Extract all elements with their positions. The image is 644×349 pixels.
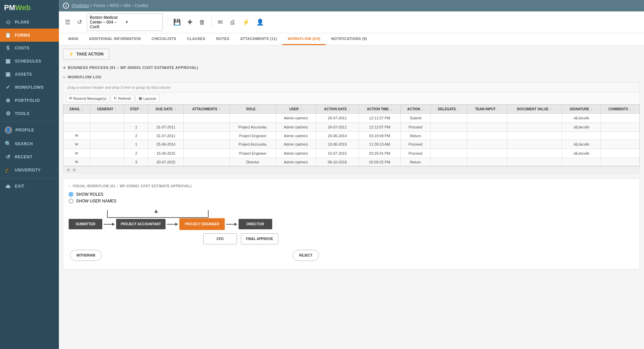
table-cell: ✉ bbox=[64, 158, 90, 166]
wf-node-director[interactable]: DIRECTOR bbox=[239, 219, 272, 229]
forms-icon: 📋 bbox=[5, 32, 11, 38]
table-row: 131-07-2011Project Accounta.Admin (admin… bbox=[64, 123, 640, 132]
layouts-button[interactable]: ▦ Layouts bbox=[136, 94, 159, 102]
save-button[interactable]: 💾 bbox=[171, 17, 183, 27]
tab-workflow[interactable]: WORKFLOW (2/4) bbox=[282, 33, 326, 45]
tab-notifications[interactable]: NOTIFICATIONS (9) bbox=[326, 33, 372, 45]
tab-notes[interactable]: NOTES bbox=[211, 33, 235, 45]
col-team-input[interactable]: TEAM INPUT ⋮ bbox=[467, 105, 507, 114]
wf-node-project-engineer[interactable]: PROJECT ENGINEER bbox=[179, 218, 224, 230]
delete-button[interactable]: 🗑 bbox=[197, 17, 207, 27]
table-cell: Project Accounta. bbox=[230, 123, 276, 132]
expand-icon[interactable]: + bbox=[63, 65, 66, 70]
reject-button[interactable]: REJECT bbox=[293, 250, 319, 261]
sidebar-item-university[interactable]: 🎓 UNIVERSITY bbox=[0, 163, 59, 177]
exit-icon: ⏏ bbox=[5, 183, 11, 189]
table-cell bbox=[430, 140, 467, 149]
col-comments[interactable]: COMMENTS ⋮ bbox=[601, 105, 639, 114]
col-signature[interactable]: SIGNATURE ⋮ bbox=[562, 105, 601, 114]
table-cell bbox=[90, 132, 124, 140]
main-content: i (Portfolio) > Forms > RFIS > 004 – Con… bbox=[59, 0, 644, 349]
table-cell: Admin (admin) bbox=[276, 140, 316, 149]
col-user[interactable]: USER ⋮ bbox=[276, 105, 316, 114]
table-cell bbox=[507, 123, 562, 132]
back-button[interactable]: ↺ bbox=[75, 17, 84, 27]
sidebar-item-label: WORKFLOWS bbox=[15, 85, 44, 90]
take-action-section: ⚡ TAKE ACTION bbox=[63, 49, 640, 60]
sidebar-item-workflows[interactable]: ✓ WORKFLOWS bbox=[0, 81, 59, 94]
vw-collapse-icon[interactable]: – bbox=[69, 184, 71, 188]
tab-clauses[interactable]: CLAUSES bbox=[182, 33, 211, 45]
menu-button[interactable]: ☰ bbox=[63, 17, 72, 27]
table-scroll-container[interactable]: EMAIL ⋮ GENERAT ⋮ STEP ⋮ DUE DATE ⋮ ATTA… bbox=[63, 105, 640, 173]
table-cell: 03:19:49 PM bbox=[359, 132, 400, 140]
table-cell bbox=[507, 149, 562, 158]
table-cell bbox=[90, 114, 124, 123]
show-roles-label: SHOW ROLES bbox=[76, 192, 103, 197]
table-cell bbox=[183, 140, 229, 149]
tab-additional[interactable]: ADDITIONAL INFORMATION bbox=[83, 33, 146, 45]
table-cell bbox=[562, 158, 601, 166]
sidebar-item-forms[interactable]: 📋 FORMS bbox=[0, 29, 59, 42]
sidebar-item-costs[interactable]: $ COSTS bbox=[0, 42, 59, 54]
col-due-date[interactable]: DUE DATE ⋮ bbox=[148, 105, 184, 114]
lightning-button[interactable]: ⚡ bbox=[240, 17, 252, 27]
record-selector[interactable]: Boston Medical Center – 004 – Confl ▼ bbox=[87, 13, 163, 31]
svg-marker-3 bbox=[154, 209, 158, 213]
take-action-label: TAKE ACTION bbox=[76, 52, 104, 56]
tab-attachments[interactable]: ATTACHMENTS (11) bbox=[235, 33, 283, 45]
sidebar-item-recent[interactable]: ↺ RECENT bbox=[0, 150, 59, 163]
info-icon[interactable]: i bbox=[63, 3, 69, 9]
take-action-button[interactable]: ⚡ TAKE ACTION bbox=[63, 49, 109, 60]
table-cell: Proceed bbox=[401, 149, 431, 158]
refresh-button[interactable]: ↻ Refresh bbox=[111, 94, 134, 102]
bottom-actions: WITHDRAW REJECT bbox=[69, 247, 304, 264]
sidebar-item-portfolio[interactable]: ⊕ PORTFOLIO bbox=[0, 94, 59, 107]
col-action[interactable]: ACTION ⋮ bbox=[401, 105, 431, 114]
sidebar-item-plans[interactable]: ◇ PLANS bbox=[0, 15, 59, 29]
sidebar-item-tools[interactable]: ⚙ TOOLS bbox=[0, 107, 59, 120]
col-attachments[interactable]: ATTACHMENTS ⋮ bbox=[183, 105, 229, 114]
sidebar-item-label: SCHEDULES bbox=[15, 59, 41, 64]
sidebar-item-profile[interactable]: 👤 PROFILE bbox=[0, 123, 59, 137]
user-button[interactable]: 👤 bbox=[254, 17, 266, 27]
col-generat[interactable]: GENERAT ⋮ bbox=[90, 105, 124, 114]
col-doc-value[interactable]: DOCUMENT VALUE ⋮ bbox=[507, 105, 562, 114]
col-email[interactable]: EMAIL ⋮ bbox=[64, 105, 90, 114]
resend-messages-button[interactable]: ✉ Resend Message(s) bbox=[66, 94, 109, 102]
cfo-label: CFO bbox=[216, 237, 223, 241]
radio-show-user-names[interactable]: SHOW USER NAMES bbox=[69, 199, 634, 203]
collapse-icon[interactable]: – bbox=[63, 74, 66, 80]
col-step[interactable]: STEP ⋮ bbox=[124, 105, 148, 114]
sidebar-item-exit[interactable]: ⏏ EXIT bbox=[0, 180, 59, 193]
tab-checklists[interactable]: CHECKLISTS bbox=[146, 33, 181, 45]
wf-node-final-approve[interactable]: FINAL APPROVE bbox=[241, 233, 278, 244]
print-button[interactable]: 🖨 bbox=[227, 17, 238, 27]
col-role[interactable]: ROLE ⋮ bbox=[230, 105, 276, 114]
breadcrumb-portfolio[interactable]: (Portfolio) bbox=[72, 3, 89, 8]
sidebar-item-assets[interactable]: ▣ ASSETS bbox=[0, 68, 59, 81]
radio-show-roles[interactable]: SHOW ROLES bbox=[69, 192, 634, 197]
scroll-right-icon[interactable]: ▷ bbox=[71, 167, 78, 172]
table-row: ✉231-07-2011Project EngineerAdmin (admin… bbox=[64, 132, 640, 140]
workflow-log-table: EMAIL ⋮ GENERAT ⋮ STEP ⋮ DUE DATE ⋮ ATTA… bbox=[63, 105, 640, 166]
wf-node-cfo[interactable]: CFO bbox=[203, 233, 237, 244]
withdraw-button[interactable]: WITHDRAW bbox=[70, 250, 102, 261]
schedules-icon: ▦ bbox=[5, 58, 11, 64]
col-action-time[interactable]: ACTION TIME ⋮ bbox=[359, 105, 400, 114]
portfolio-icon: ⊕ bbox=[5, 97, 11, 104]
wf-node-project-accountant[interactable]: PROJECT ACCOUNTANT bbox=[116, 219, 166, 229]
add-button[interactable]: ✚ bbox=[185, 17, 194, 27]
scroll-left-icon[interactable]: ◁ bbox=[65, 167, 71, 172]
wf-node-submitter[interactable]: SUBMITTER bbox=[69, 219, 102, 229]
col-action-date[interactable]: ACTION DATE ⋮ bbox=[316, 105, 359, 114]
tab-main[interactable]: MAIN bbox=[63, 33, 83, 45]
table-scroll-footer: ◁ ▷ bbox=[63, 166, 640, 173]
col-delegate[interactable]: DELEGATE ⋮ bbox=[430, 105, 467, 114]
drag-hint: Drag a column header and drop it here to… bbox=[63, 83, 640, 92]
sidebar-item-search[interactable]: 🔍 SEARCH bbox=[0, 137, 59, 150]
table-cell: ALincoln bbox=[562, 140, 601, 149]
email-button[interactable]: ✉ bbox=[216, 17, 225, 27]
sidebar-item-schedules[interactable]: ▦ SCHEDULES bbox=[0, 54, 59, 68]
table-cell bbox=[90, 149, 124, 158]
